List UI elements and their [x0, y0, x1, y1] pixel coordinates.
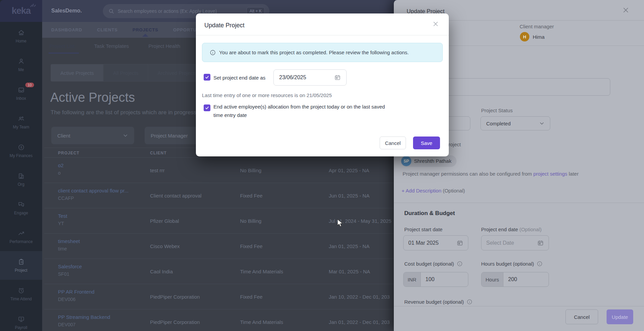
user-icon: [18, 58, 25, 65]
view-tab-active-projects[interactable]: Active Projects: [51, 64, 104, 81]
keka-logo[interactable]: keka: [11, 6, 30, 16]
org-name: SalesDemo.: [51, 8, 82, 14]
hours-prefix: Hours: [481, 272, 503, 287]
project-code: YT: [58, 221, 67, 226]
client-cell: Pfizer Global: [150, 218, 179, 224]
add-description-link[interactable]: + Add Description: [402, 188, 441, 193]
project-link[interactable]: Test: [58, 213, 67, 219]
project-link[interactable]: PP AR Frontend: [58, 289, 94, 295]
sidebar-item-label: My Team: [13, 125, 29, 129]
trend-up-icon: [18, 230, 25, 237]
project-cell: o2 o: [58, 162, 64, 176]
sidebar-item-label: Performance: [9, 239, 33, 244]
project-link[interactable]: timesheet: [58, 238, 80, 244]
subtab-label: Project Health: [148, 43, 180, 49]
project-code: DEV006: [58, 297, 94, 302]
svg-text:$: $: [20, 317, 22, 320]
client-cell: PiedPiper Corporation: [150, 319, 200, 325]
project-end-date-input[interactable]: 23/06/2025: [273, 69, 347, 86]
start-date-input[interactable]: 01 Mar 2025: [403, 235, 468, 250]
clipboard-icon: [18, 258, 25, 266]
end-allocation-checkbox[interactable]: [204, 104, 210, 111]
sidebar-item-label: Me: [18, 67, 24, 72]
sub-tabs: Project List Task Templates Project Heal…: [50, 43, 180, 54]
subtab-label: Task Templates: [94, 43, 129, 49]
billing-cell: Time And Materials: [240, 319, 283, 325]
duration-budget-heading: Duration & Budget: [404, 210, 455, 217]
inbox-icon: [18, 86, 25, 94]
check-icon: [205, 75, 209, 80]
sidebar: keka Home Me 10 Inbox My Team $ My Finan…: [0, 0, 42, 331]
divider: [394, 203, 644, 203]
revenue-budget-label: Revenue budget (optional): [404, 299, 464, 305]
modal-cancel-button[interactable]: Cancel: [380, 137, 406, 149]
project-manager-avatar: SP: [401, 156, 411, 166]
client-filter-dropdown[interactable]: Client: [51, 127, 134, 144]
subtab-label: Project List: [50, 43, 75, 49]
info-banner-text: You are about to mark this project as co…: [219, 50, 409, 55]
sidebar-item-time-attend[interactable]: Time Attend: [0, 280, 42, 308]
subtab-task-templates[interactable]: Task Templates: [94, 43, 129, 54]
hours-budget-input[interactable]: 200: [503, 272, 522, 287]
check-icon: [205, 106, 209, 110]
project-code: CCAFP: [58, 195, 128, 201]
subtab-project-list[interactable]: Project List: [50, 43, 75, 54]
revenue-budget-label-row: Revenue budget (optional): [404, 299, 472, 305]
client-manager-label: Client manager: [520, 24, 554, 29]
sidebar-item-project[interactable]: Project: [0, 251, 42, 280]
dates-cell: Jan 01, 2022 - Dec 01, 203: [329, 319, 390, 325]
tab-projects[interactable]: PROJECTS: [133, 27, 158, 32]
set-end-date-checkbox[interactable]: [204, 74, 210, 81]
project-status-dropdown[interactable]: Completed: [480, 116, 550, 130]
column-header-client: CLIENT: [150, 151, 167, 155]
end-date-placeholder: Select Date: [486, 240, 514, 246]
view-tab-all-projects[interactable]: All Projects: [104, 64, 148, 81]
tab-clients[interactable]: CLIENTS: [97, 27, 118, 32]
svg-text:$: $: [20, 146, 22, 149]
hours-budget-label-row: Hours budget (optional): [481, 261, 543, 267]
project-cell: PP AR Frontend DEV006: [58, 289, 94, 302]
tab-label: PROJECTS: [133, 27, 158, 32]
sidebar-item-my-team[interactable]: My Team: [0, 108, 42, 137]
chat-bubbles-icon: [18, 201, 25, 208]
project-settings-link[interactable]: project settings: [533, 171, 567, 177]
project-link[interactable]: o2: [58, 162, 64, 168]
sidebar-item-org[interactable]: Org: [0, 165, 42, 194]
end-date-value: 23/06/2025: [279, 74, 306, 81]
end-date-input[interactable]: Select Date: [481, 235, 549, 250]
drawer-footer: Cancel Update: [394, 306, 644, 331]
project-cell: client contact approval flow pr... CCAFP: [58, 188, 128, 201]
project-cell: Test YT: [58, 213, 67, 226]
view-tab-label: All Projects: [113, 70, 138, 76]
drawer-update-button[interactable]: Update: [607, 309, 633, 324]
sidebar-item-label: Inbox: [16, 96, 26, 101]
cost-budget-input[interactable]: 100: [421, 272, 439, 287]
project-link[interactable]: client contact approval flow pr...: [58, 188, 128, 193]
dates-cell: Jan 10, 2022 - Dec 01, 203: [329, 294, 390, 300]
close-icon[interactable]: [432, 20, 439, 28]
sidebar-item-payroll[interactable]: $ Payroll: [0, 308, 42, 331]
subtab-project-health[interactable]: Project Health: [148, 43, 180, 54]
sidebar-item-me[interactable]: Me: [0, 51, 42, 79]
project-link[interactable]: PP Streaming Backend: [58, 314, 110, 320]
client-cell: Cisco Webex: [150, 243, 180, 249]
sidebar-item-inbox[interactable]: 10 Inbox: [0, 79, 42, 108]
billing-cell: Fixed Fee: [240, 243, 263, 249]
drawer-cancel-button[interactable]: Cancel: [565, 309, 598, 324]
sidebar-item-my-finances[interactable]: $ My Finances: [0, 137, 42, 165]
avatar-initials: SP: [404, 159, 409, 163]
project-cell: PP Streaming Backend DEV007: [58, 314, 110, 327]
column-header-project: PROJECT: [58, 151, 80, 155]
calendar-icon[interactable]: [334, 74, 341, 81]
tab-dashboard[interactable]: DASHBOARD: [51, 27, 82, 32]
optional-hint: (Optional): [519, 227, 541, 232]
sidebar-item-engage[interactable]: Engage: [0, 194, 42, 222]
sidebar-item-label: My Finances: [9, 153, 32, 158]
sidebar-item-home[interactable]: Home: [0, 22, 42, 51]
close-icon[interactable]: [622, 6, 630, 14]
project-link[interactable]: Salesforce: [58, 264, 82, 269]
sidebar-item-performance[interactable]: Performance: [0, 222, 42, 251]
modal-save-button[interactable]: Save: [413, 137, 440, 149]
info-banner: You are about to mark this project as co…: [202, 43, 443, 62]
client-cell: Caol India: [150, 269, 173, 274]
